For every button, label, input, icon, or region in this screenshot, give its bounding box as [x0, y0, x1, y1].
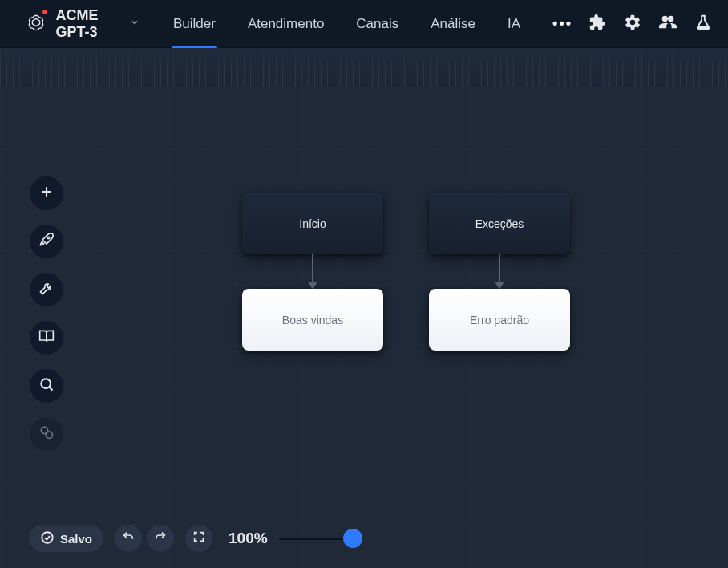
- wrench-icon: [38, 280, 55, 299]
- tab-ia[interactable]: IA: [491, 0, 536, 48]
- tab-atendimento[interactable]: Atendimento: [232, 0, 340, 48]
- search-canvas-button[interactable]: [30, 369, 63, 403]
- chevron-down-icon: [130, 18, 140, 30]
- notification-badge: [41, 8, 49, 16]
- redo-icon: [154, 530, 167, 546]
- fit-view-button[interactable]: [185, 525, 212, 552]
- connector-arrow: [494, 254, 505, 290]
- app-header: ACME GPT-3 Builder Atendimento Canais An…: [0, 0, 728, 48]
- svg-line-4: [49, 387, 52, 390]
- canvas-ruler: [0, 48, 728, 87]
- settings-button[interactable]: [624, 15, 641, 33]
- node-label: Início: [299, 217, 326, 230]
- canvas-side-tools: [30, 176, 63, 451]
- docs-button[interactable]: [30, 321, 63, 355]
- svg-point-3: [41, 379, 51, 388]
- save-status: Salvo: [29, 525, 103, 552]
- undo-button[interactable]: [115, 525, 142, 552]
- openai-icon: [27, 14, 45, 34]
- svg-point-6: [46, 432, 52, 438]
- undo-icon: [122, 530, 135, 546]
- node-erro-padrao[interactable]: Erro padrão: [429, 289, 570, 351]
- zoom-level: 100%: [229, 529, 268, 547]
- plus-icon: [38, 184, 55, 203]
- brand-logo[interactable]: [24, 10, 47, 39]
- workspace-name: ACME GPT-3: [55, 7, 125, 41]
- flask-icon: [694, 14, 712, 34]
- header-actions: [588, 15, 712, 33]
- node-label: Erro padrão: [470, 314, 529, 327]
- slider-thumb[interactable]: [343, 529, 362, 548]
- brand: ACME GPT-3: [24, 7, 140, 41]
- workspace-switcher[interactable]: ACME GPT-3: [55, 7, 140, 41]
- variables-button[interactable]: [30, 417, 63, 451]
- gear-icon: [624, 14, 641, 34]
- canvas-bottom-bar: Salvo 100%: [29, 525, 362, 552]
- team-button[interactable]: [659, 15, 677, 33]
- rocket-icon: [38, 232, 55, 251]
- save-status-label: Salvo: [60, 532, 92, 546]
- puzzle-icon: [588, 14, 606, 34]
- fullscreen-icon: [192, 530, 205, 546]
- tab-analise[interactable]: Análise: [415, 0, 491, 48]
- redo-button[interactable]: [147, 525, 174, 552]
- variables-icon: [38, 424, 55, 444]
- users-icon: [659, 14, 677, 34]
- tab-canais[interactable]: Canais: [340, 0, 415, 48]
- node-inicio[interactable]: Início: [242, 193, 383, 254]
- connector-arrow: [307, 254, 318, 290]
- node-label: Boas vindas: [282, 314, 343, 327]
- tab-builder[interactable]: Builder: [157, 0, 232, 48]
- extensions-button[interactable]: [588, 15, 606, 33]
- search-icon: [38, 376, 55, 396]
- labs-button[interactable]: [694, 15, 712, 33]
- tab-more[interactable]: •••: [536, 0, 588, 48]
- nav-tabs: Builder Atendimento Canais Análise IA ••…: [157, 0, 588, 48]
- tools-button[interactable]: [30, 273, 63, 306]
- check-circle-icon: [40, 530, 55, 547]
- add-button[interactable]: [30, 176, 63, 210]
- book-icon: [38, 328, 55, 347]
- svg-point-2: [47, 237, 50, 239]
- launch-button[interactable]: [30, 225, 63, 258]
- node-label: Exceções: [475, 217, 524, 230]
- svg-point-11: [42, 532, 53, 543]
- node-excecoes[interactable]: Exceções: [429, 193, 570, 254]
- builder-canvas[interactable]: Início Exceções Boas vindas Erro padrão …: [0, 48, 728, 568]
- zoom-slider[interactable]: [279, 529, 362, 548]
- node-boas-vindas[interactable]: Boas vindas: [242, 289, 383, 351]
